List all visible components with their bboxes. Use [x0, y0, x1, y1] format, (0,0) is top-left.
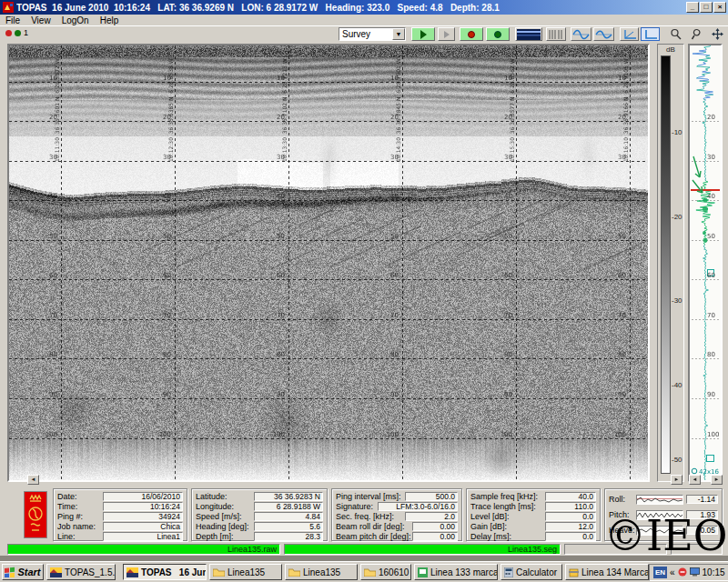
- app-icon: [3, 2, 14, 13]
- raw-file-field: Linea135.raw: [7, 544, 280, 555]
- colorbar-scroll-button[interactable]: ►: [671, 475, 682, 485]
- zoom-in-button[interactable]: [666, 27, 685, 41]
- heading-field: 5.6: [254, 522, 323, 531]
- task-label: TOPAS_1.5.2 MkII: [65, 567, 116, 577]
- echogram-canvas[interactable]: [9, 45, 648, 480]
- job-name-field: Chica: [103, 522, 183, 531]
- minimize-button[interactable]: _: [686, 2, 699, 13]
- hatch-icon: [548, 29, 564, 40]
- field-label: Speed [m/s]:: [196, 512, 254, 521]
- start-label: Start: [17, 567, 40, 577]
- main-display: dB -10 -20 -30 -40 -50 ◄ ► ◄ ►: [0, 42, 728, 487]
- step-button[interactable]: [438, 27, 455, 41]
- step-icon: [444, 31, 450, 38]
- clock[interactable]: 10:15: [703, 567, 725, 577]
- menu-help[interactable]: Help: [95, 15, 125, 25]
- window-title: TOPAS 16 June 2010 10:16:24 LAT: 36 36.9…: [16, 3, 685, 13]
- level-field: 0.0: [545, 512, 596, 521]
- system-tray: EN « 10:15: [649, 564, 728, 581]
- zoom-out-button[interactable]: [687, 27, 706, 41]
- menu-view[interactable]: View: [25, 15, 56, 25]
- task-label: 160610: [379, 567, 409, 577]
- play-button[interactable]: [411, 27, 435, 41]
- task-calculator[interactable]: Calculator: [500, 564, 562, 580]
- field-label: Roll:: [609, 495, 636, 504]
- windows-logo-icon: [5, 567, 15, 577]
- topas-icon: [50, 567, 62, 577]
- axes-button[interactable]: [620, 27, 639, 41]
- roll-value: -1.14: [686, 495, 718, 504]
- sample-freq-field: 40.0: [545, 492, 596, 501]
- colorbar-panel: dB -10 -20 -30 -40 -50: [657, 44, 684, 482]
- calculator-icon: [504, 567, 513, 577]
- sine-wave2-icon: [595, 29, 612, 40]
- task-topas-window[interactable]: TOPAS 16 Jun...: [123, 564, 207, 580]
- archive-icon: [569, 567, 579, 577]
- chevron-down-icon[interactable]: ▼: [392, 28, 405, 40]
- single-trace-panel: [688, 44, 723, 482]
- pan-button[interactable]: [708, 27, 726, 41]
- field-label: Gain [dB]:: [470, 522, 545, 531]
- folder-icon: [364, 567, 376, 577]
- language-indicator[interactable]: EN: [653, 567, 667, 578]
- mode-select[interactable]: Survey ▼: [339, 27, 406, 41]
- delay-field: 0.0: [545, 532, 596, 541]
- axes-alt-icon: [643, 29, 658, 40]
- task-label: Linea 133 marca 67...: [430, 567, 498, 577]
- axes-alt-button[interactable]: [641, 27, 660, 41]
- colorbar-title: dB: [658, 45, 683, 54]
- record-seg-button[interactable]: [486, 27, 510, 41]
- beam-pitch-dir-field: 0.00: [412, 532, 458, 541]
- tray-alert-icon[interactable]: [678, 567, 687, 577]
- task-folder-linea135-2[interactable]: Linea135: [285, 564, 358, 580]
- menu-logon[interactable]: LogOn: [56, 15, 95, 25]
- seismic-thumbnail-icon: [517, 29, 541, 40]
- toolbar: 1 Survey ▼: [0, 25, 728, 42]
- close-button[interactable]: ×: [713, 2, 726, 13]
- task-label: Calculator: [516, 567, 557, 577]
- trace-canvas[interactable]: [690, 45, 721, 480]
- menu-file[interactable]: File: [0, 15, 25, 25]
- field-label: Sec. freq. [kHz]:: [336, 512, 405, 521]
- beam-roll-dir-field: 0.00: [412, 522, 458, 531]
- gain-field: 12.0: [545, 522, 596, 531]
- tray-chevron[interactable]: «: [670, 567, 675, 577]
- colorbar-gradient: [661, 55, 671, 474]
- task-archive-linea134[interactable]: Linea 134 Marca 69...: [565, 564, 649, 580]
- task-label: Linea135: [228, 567, 265, 577]
- field-label: Signature:: [336, 502, 378, 511]
- task-folder-160610[interactable]: 160610: [360, 564, 411, 580]
- field-label: Ping interval [ms]:: [336, 492, 405, 501]
- field-label: Time:: [57, 502, 103, 511]
- maximize-button[interactable]: □: [700, 2, 713, 13]
- image-file-icon: [418, 567, 428, 577]
- seg-file-field: Linea135.seg: [284, 544, 561, 555]
- echogram-view-button[interactable]: [515, 27, 542, 41]
- topas-icon: [126, 567, 138, 577]
- trace-scroll-left-button[interactable]: ◄: [689, 475, 701, 485]
- field-label: Delay [ms]:: [470, 532, 545, 541]
- ping-status-indicator: 1: [5, 28, 28, 37]
- trace-display-button[interactable]: [571, 27, 592, 41]
- colorbar-tick: -50: [672, 456, 682, 464]
- speed-field: 4.84: [254, 512, 323, 521]
- task-folder-linea135[interactable]: Linea135: [209, 564, 282, 580]
- kongsberg-logo: [24, 491, 47, 538]
- echo-scroll-left-button[interactable]: ◄: [27, 475, 39, 485]
- task-topas-app[interactable]: TOPAS_1.5.2 MkII: [46, 564, 116, 580]
- trace-scroll-right-button[interactable]: ►: [711, 475, 723, 485]
- record-seg-icon: [494, 31, 501, 38]
- field-label: Date:: [57, 492, 103, 501]
- transmit-info-box: Ping interval [ms]:500.0 Signature:LFM:3…: [331, 488, 462, 541]
- record-raw-button[interactable]: [460, 27, 483, 41]
- colorbar-tick: -20: [672, 213, 682, 221]
- wiggle-view-button[interactable]: [546, 27, 566, 41]
- sec-freq-field: 2.0: [405, 512, 458, 521]
- spectrum-display-button[interactable]: [593, 27, 614, 41]
- tray-display-icon[interactable]: [690, 567, 700, 577]
- trace-length-field: 110.0: [545, 502, 596, 511]
- task-image-linea133[interactable]: Linea 133 marca 67...: [414, 564, 498, 580]
- zoom-out-icon: [691, 28, 703, 40]
- start-button[interactable]: Start: [2, 564, 44, 580]
- acquisition-info-box: Date:16/06/2010 Time:10:16:24 Ping #:349…: [53, 488, 187, 541]
